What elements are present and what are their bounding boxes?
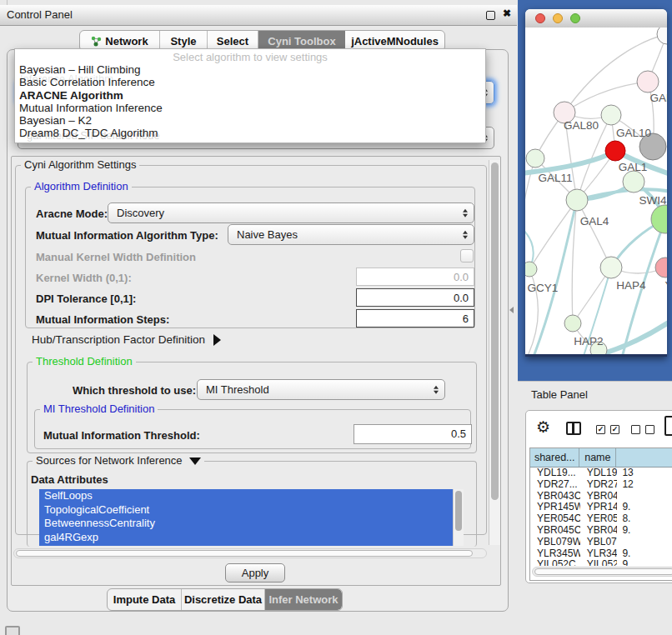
- network-node-GAL11[interactable]: [526, 149, 544, 168]
- data-attribute-item[interactable]: BetweennessCentrality: [39, 517, 464, 531]
- control-panel-titlebar: Control Panel ✖: [0, 5, 517, 26]
- table-cell: YER054C: [580, 513, 618, 525]
- minimize-traffic-light-icon[interactable]: [553, 13, 563, 23]
- data-attributes-list[interactable]: SelfLoopsTopologicalCoefficientBetweenne…: [39, 489, 464, 546]
- table-cell: YBR045C: [530, 525, 580, 537]
- network-node-HAP4[interactable]: [600, 257, 622, 278]
- table-horizontal-scrollbar[interactable]: [532, 567, 672, 577]
- mi-algorithm-type-label: Mutual Information Algorithm Type:: [36, 229, 218, 242]
- network-canvas[interactable]: GALGAL80GAL10GAL1GAL11SWI4GAL4GCY1HAP4YH…: [525, 28, 667, 354]
- dpi-tolerance-field[interactable]: 0.0: [356, 288, 474, 307]
- algorithm-option[interactable]: Dream8 DC_TDC Algorithm: [15, 127, 485, 139]
- table-row[interactable]: YBR045CYBR045C9.: [530, 525, 672, 537]
- network-node-GAL4[interactable]: [566, 189, 588, 211]
- gear-icon[interactable]: ⚙: [536, 418, 550, 437]
- table-row[interactable]: YBL079WYBL079W: [530, 537, 672, 548]
- table-row[interactable]: YER054CYER054C8.: [530, 513, 672, 525]
- table-cell: YBL079W: [530, 537, 580, 548]
- data-attribute-item[interactable]: SelfLoops: [39, 489, 464, 503]
- algorithm-option[interactable]: ARACNE Algorithm: [15, 89, 485, 102]
- data-attributes-label: Data Attributes: [31, 473, 108, 486]
- splitter-collapse-arrow[interactable]: [509, 307, 514, 313]
- group-title: Cyni Algorithm Settings: [21, 158, 139, 171]
- bottom-left-grip-icon[interactable]: [5, 626, 20, 635]
- kernel-width-field[interactable]: 0.0: [356, 268, 474, 286]
- algorithm-option[interactable]: Bayesian – Hill Climbing: [15, 63, 485, 76]
- network-node-GAL10[interactable]: [601, 105, 621, 125]
- file-icon[interactable]: [664, 416, 672, 436]
- tab-impute-data[interactable]: Impute Data: [108, 589, 182, 610]
- apply-button[interactable]: Apply: [225, 563, 285, 582]
- table-cell: 8.: [617, 513, 672, 525]
- settings-horizontal-scrollbar[interactable]: [13, 548, 487, 558]
- network-node-GCY1[interactable]: [525, 262, 537, 277]
- mi-steps-field[interactable]: 6: [356, 309, 474, 328]
- group-title: Threshold Definition: [33, 355, 136, 368]
- network-node-big-green[interactable]: [651, 205, 667, 233]
- table-cell: YBL079W: [580, 537, 618, 548]
- network-edge[interactable]: [577, 200, 611, 268]
- algorithm-option[interactable]: Mutual Information Inference: [15, 102, 485, 114]
- network-window-titlebar[interactable]: [525, 9, 667, 28]
- zoom-traffic-light-icon[interactable]: [570, 13, 580, 23]
- which-threshold-combo[interactable]: MI Threshold: [197, 379, 445, 400]
- table-cell: YIL052C: [530, 559, 580, 566]
- node-label: SWI4: [639, 194, 666, 207]
- checked-checkbox-icon[interactable]: ✓: [596, 425, 605, 434]
- network-node-HAP2[interactable]: [564, 315, 581, 332]
- network-node-partial-top[interactable]: [657, 28, 667, 44]
- tab-discretize-data[interactable]: Discretize Data: [182, 589, 265, 610]
- network-window[interactable]: GALGAL80GAL10GAL1GAL11SWI4GAL4GCY1HAP4YH…: [525, 9, 667, 357]
- algorithm-option[interactable]: Bayesian – K2: [15, 114, 485, 127]
- sources-group: Sources for Network Inference Data Attri…: [27, 461, 477, 547]
- column-header[interactable]: shared...: [530, 448, 579, 467]
- unchecked-checkbox-icon[interactable]: [645, 425, 654, 434]
- mi-threshold-field[interactable]: 0.5: [354, 424, 472, 444]
- hub-definition-toggle[interactable]: Hub/Transcription Factor Definition: [32, 333, 221, 346]
- list-scrollbar[interactable]: [453, 489, 464, 546]
- network-node-pink-right[interactable]: [655, 258, 667, 278]
- collapse-arrow-icon[interactable]: [189, 458, 201, 465]
- table-row[interactable]: YDL19...YDL19...13: [530, 468, 672, 479]
- table-cell: YDL19...: [530, 468, 580, 479]
- node-label: GAL1: [619, 161, 648, 173]
- table-cell: YBR045C: [580, 525, 618, 537]
- network-node-SWI4[interactable]: [623, 171, 644, 192]
- settings-vertical-scrollbar[interactable]: [489, 160, 500, 545]
- close-traffic-light-icon[interactable]: [535, 13, 545, 23]
- which-threshold-label: Which threshold to use:: [73, 384, 196, 397]
- table-panel-header: Table Panel: [518, 381, 672, 411]
- dropdown-placeholder: Select algorithm to view settings: [15, 49, 485, 63]
- table-row[interactable]: YPR145WYPR145W9.: [530, 502, 672, 513]
- close-icon[interactable]: ✖: [503, 8, 511, 19]
- network-node-GAL1[interactable]: [605, 141, 625, 161]
- kernel-width-label: Kernel Width (0,1):: [36, 272, 132, 284]
- column-header[interactable]: [616, 448, 672, 467]
- split-panel-icon[interactable]: [566, 422, 581, 435]
- tab-infer-network[interactable]: Infer Network: [265, 589, 342, 610]
- checked-checkbox-icon[interactable]: ✓: [610, 425, 619, 434]
- float-icon[interactable]: [486, 11, 495, 20]
- cyni-toolbox-panel: Inference Algorithm gal-filtered SIF def…: [7, 49, 509, 612]
- unchecked-checkbox-icon[interactable]: [631, 425, 640, 434]
- settings-scroll-panel: Cyni Algorithm Settings Algorithm Defini…: [11, 156, 501, 586]
- group-title: MI Threshold Definition: [40, 402, 158, 415]
- network-node-unlabeled-pink[interactable]: [637, 71, 659, 92]
- table-row[interactable]: YDR27...YDR27...12: [530, 479, 672, 491]
- column-header[interactable]: name: [579, 448, 616, 467]
- algorithm-option[interactable]: Basic Correlation Inference: [15, 76, 485, 88]
- table-row[interactable]: YLR345WYLR345W9.: [530, 548, 672, 560]
- network-edge[interactable]: [525, 158, 535, 228]
- data-attribute-item[interactable]: TopologicalCoefficient: [39, 503, 464, 518]
- expand-arrow-icon[interactable]: [213, 334, 221, 346]
- mi-steps-label: Mutual Information Steps:: [36, 313, 169, 326]
- table-cell: [617, 491, 672, 502]
- threshold-definition-group: Threshold Definition Which threshold to …: [27, 362, 477, 453]
- table-row[interactable]: YBR043CYBR043C: [530, 491, 672, 502]
- manual-kernel-width-checkbox[interactable]: [460, 249, 474, 262]
- node-label: HAP4: [616, 279, 646, 292]
- table-row[interactable]: YIL052CYIL052C9.: [530, 559, 672, 566]
- mi-algorithm-type-combo[interactable]: Naive Bayes: [228, 224, 474, 245]
- data-attribute-item[interactable]: gal4RGexp: [39, 531, 464, 545]
- aracne-mode-combo[interactable]: Discovery: [108, 202, 474, 223]
